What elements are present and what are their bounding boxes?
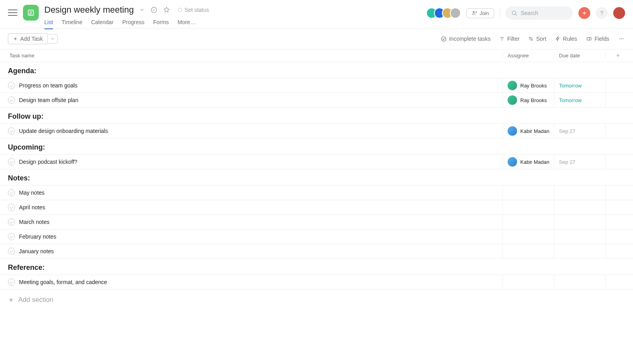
assignee-cell[interactable]: Kabir Madan bbox=[502, 155, 554, 169]
due-date-text: Tomorrow bbox=[559, 97, 582, 103]
task-name-text: April notes bbox=[19, 204, 45, 210]
complete-task-checkbox[interactable] bbox=[8, 189, 15, 196]
extra-cell bbox=[605, 93, 625, 107]
task-row[interactable]: Design podcast kickoff?Kabir MadanSep 27 bbox=[0, 154, 633, 169]
more-options-button[interactable] bbox=[618, 36, 625, 42]
sort-button[interactable]: Sort bbox=[528, 36, 546, 42]
assignee-cell[interactable] bbox=[502, 215, 554, 229]
assignee-avatar bbox=[508, 126, 517, 136]
sort-label: Sort bbox=[536, 36, 546, 42]
fields-button[interactable]: Fields bbox=[586, 36, 609, 42]
search-icon bbox=[511, 10, 517, 16]
search-input[interactable]: Search bbox=[506, 6, 573, 20]
tab-list[interactable]: List bbox=[44, 19, 53, 29]
join-button[interactable]: Join bbox=[466, 8, 494, 18]
column-due-date[interactable]: Due date bbox=[554, 53, 605, 59]
task-row[interactable]: Meeting goals, format, and cadence bbox=[0, 275, 633, 290]
task-row[interactable]: Design team offsite planRay BrooksTomorr… bbox=[0, 93, 633, 108]
task-row[interactable]: April notes bbox=[0, 200, 633, 215]
join-label: Join bbox=[479, 10, 489, 16]
tab-calendar[interactable]: Calendar bbox=[91, 19, 114, 29]
svg-point-5 bbox=[512, 11, 516, 15]
complete-task-checkbox[interactable] bbox=[8, 279, 15, 286]
task-row[interactable]: March notes bbox=[0, 214, 633, 229]
assignee-cell[interactable] bbox=[502, 229, 554, 244]
star-icon[interactable] bbox=[163, 6, 170, 13]
project-icon[interactable] bbox=[23, 5, 39, 21]
assignee-cell[interactable] bbox=[502, 244, 554, 258]
section-title[interactable]: Upcoming: bbox=[0, 138, 633, 155]
rules-button[interactable]: Rules bbox=[555, 36, 577, 42]
tab-progress[interactable]: Progress bbox=[122, 19, 144, 29]
complete-task-checkbox[interactable] bbox=[8, 82, 15, 89]
fields-label: Fields bbox=[595, 36, 609, 42]
task-row[interactable]: Update design onboarding materialsKabir … bbox=[0, 123, 633, 138]
avatar bbox=[450, 8, 461, 19]
tab-timeline[interactable]: Timeline bbox=[62, 19, 82, 29]
task-name-text: Design podcast kickoff? bbox=[19, 159, 78, 165]
add-task-button[interactable]: Add Task bbox=[8, 33, 47, 44]
extra-cell bbox=[605, 186, 625, 200]
task-row[interactable]: Progress on team goalsRay BrooksTomorrow bbox=[0, 78, 633, 93]
section-title[interactable]: Follow up: bbox=[0, 108, 633, 124]
user-avatar[interactable] bbox=[613, 7, 625, 19]
complete-task-checkbox[interactable] bbox=[8, 248, 15, 255]
due-date-cell[interactable] bbox=[554, 200, 605, 214]
section-title[interactable]: Reference: bbox=[0, 259, 633, 275]
info-icon[interactable] bbox=[150, 6, 157, 13]
svg-point-6 bbox=[442, 36, 446, 41]
list-toolbar: Add Task Incomplete tasks Filter Sort Ru… bbox=[0, 28, 633, 49]
assignee-cell[interactable]: Kabir Madan bbox=[502, 124, 554, 138]
menu-toggle-icon[interactable] bbox=[8, 8, 17, 17]
complete-task-checkbox[interactable] bbox=[8, 97, 15, 104]
task-row[interactable]: May notes bbox=[0, 185, 633, 200]
task-row[interactable]: January notes bbox=[0, 244, 633, 259]
section-title[interactable]: Notes: bbox=[0, 169, 633, 186]
due-date-cell[interactable] bbox=[554, 275, 605, 289]
task-row[interactable]: February notes bbox=[0, 229, 633, 244]
add-task-dropdown[interactable] bbox=[47, 34, 58, 44]
due-date-cell[interactable] bbox=[554, 215, 605, 229]
complete-task-checkbox[interactable] bbox=[8, 218, 15, 226]
due-date-cell[interactable] bbox=[554, 244, 605, 258]
extra-cell bbox=[605, 78, 625, 93]
task-name-text: February notes bbox=[19, 233, 56, 240]
filter-button[interactable]: Filter bbox=[499, 36, 519, 42]
assignee-cell[interactable]: Ray Brooks bbox=[502, 93, 554, 107]
due-date-cell[interactable]: Sep 27 bbox=[554, 124, 605, 138]
column-task-name[interactable]: Task name bbox=[8, 53, 502, 59]
project-title[interactable]: Design weekly meeting bbox=[44, 5, 134, 15]
add-section-button[interactable]: Add section bbox=[0, 290, 633, 310]
assignee-cell[interactable] bbox=[502, 186, 554, 200]
complete-task-checkbox[interactable] bbox=[8, 204, 15, 211]
due-date-cell[interactable] bbox=[554, 229, 605, 244]
complete-task-checkbox[interactable] bbox=[8, 233, 15, 240]
section-title[interactable]: Agenda: bbox=[0, 62, 633, 78]
complete-task-checkbox[interactable] bbox=[8, 127, 15, 135]
task-name-text: Design team offsite plan bbox=[19, 97, 78, 103]
assignee-cell[interactable]: Ray Brooks bbox=[502, 78, 554, 93]
incomplete-tasks-button[interactable]: Incomplete tasks bbox=[441, 36, 491, 42]
due-date-cell[interactable]: Tomorrow bbox=[554, 93, 605, 107]
tab-more[interactable]: More… bbox=[178, 19, 196, 29]
help-button[interactable]: ? bbox=[596, 7, 608, 19]
assignee-name: Kabir Madan bbox=[520, 159, 550, 165]
set-status-button[interactable]: Set status bbox=[178, 7, 209, 13]
assignee-avatar bbox=[508, 95, 517, 105]
assignee-cell[interactable] bbox=[502, 200, 554, 214]
complete-task-checkbox[interactable] bbox=[8, 158, 15, 165]
member-avatars[interactable] bbox=[429, 8, 461, 19]
due-date-cell[interactable] bbox=[554, 186, 605, 200]
tab-forms[interactable]: Forms bbox=[153, 19, 169, 29]
add-task-button-group: Add Task bbox=[8, 33, 58, 44]
task-name-text: May notes bbox=[19, 190, 45, 196]
assignee-name: Ray Brooks bbox=[520, 83, 547, 89]
due-date-cell[interactable]: Sep 27 bbox=[554, 155, 605, 169]
chevron-down-icon[interactable] bbox=[139, 7, 145, 13]
assignee-cell[interactable] bbox=[502, 275, 554, 289]
global-add-button[interactable] bbox=[578, 7, 590, 19]
due-date-cell[interactable]: Tomorrow bbox=[554, 78, 605, 93]
add-column-button[interactable] bbox=[605, 53, 625, 59]
svg-point-11 bbox=[623, 38, 624, 39]
column-assignee[interactable]: Assignee bbox=[502, 53, 554, 59]
